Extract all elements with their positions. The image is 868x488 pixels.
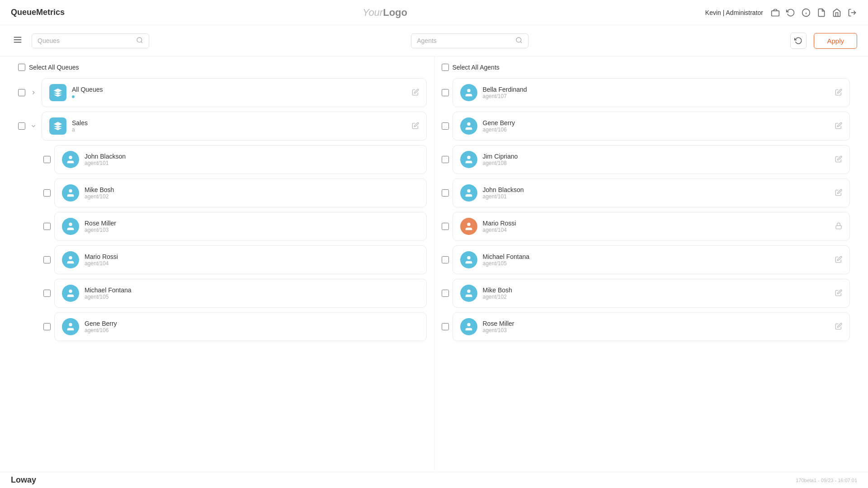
agents-search-input[interactable] (417, 37, 515, 44)
agent-list-avatar (460, 318, 477, 335)
agent-list-checkbox[interactable] (442, 89, 449, 96)
svg-point-14 (69, 223, 72, 226)
agent-card[interactable]: Michael Fontana agent/105 (54, 279, 427, 308)
menu-icon[interactable] (11, 33, 24, 49)
agent-edit-icon[interactable] (835, 189, 842, 197)
queue-checkbox-all-queues[interactable] (18, 89, 25, 96)
select-all-queues-row: Select All Queues (18, 64, 427, 71)
agent-list-avatar (460, 84, 477, 101)
agent-name: Michael Fontana (85, 286, 419, 294)
agent-info: Rose Miller agent/103 (85, 220, 419, 233)
agent-edit-icon[interactable] (835, 256, 842, 264)
list-item: Jim Cipriano agent/108 (442, 145, 850, 174)
agent-avatar (62, 251, 79, 268)
agent-list-card[interactable]: Bella Ferdinand agent/107 (453, 78, 850, 107)
list-item: Mario Rossi agent/104 (442, 212, 850, 241)
home-icon[interactable] (832, 8, 842, 18)
agent-list-avatar (460, 184, 477, 202)
agent-list-info: Mike Bosh agent/102 (483, 286, 830, 300)
queue-avatar-all-queues (49, 84, 66, 101)
agent-list-checkbox[interactable] (442, 256, 449, 263)
logo-part1: Queue (11, 8, 36, 17)
toolbar-refresh-button[interactable] (790, 33, 807, 49)
agent-list-checkbox[interactable] (442, 323, 449, 330)
agent-list-checkbox[interactable] (442, 189, 449, 197)
agent-checkbox[interactable] (43, 256, 51, 263)
agent-list-checkbox[interactable] (442, 290, 449, 297)
svg-point-17 (69, 323, 72, 326)
agent-list-avatar (460, 151, 477, 168)
agent-lock-icon[interactable] (835, 222, 842, 231)
agent-checkbox[interactable] (43, 189, 51, 197)
list-item: Mike Bosh agent/102 (442, 279, 850, 308)
agent-list-card[interactable]: Michael Fontana agent/105 (453, 245, 850, 274)
svg-point-25 (467, 290, 470, 293)
select-all-queues-label: Select All Queues (29, 64, 79, 71)
agent-checkbox[interactable] (43, 156, 51, 163)
agent-list-card[interactable]: Gene Berry agent/106 (453, 112, 850, 141)
info-icon[interactable] (801, 8, 811, 18)
agent-name: Mike Bosh (85, 186, 419, 193)
username: Kevin (705, 9, 721, 16)
expand-icon-sales[interactable] (29, 122, 38, 131)
agent-name: John Blackson (85, 153, 419, 160)
svg-point-15 (69, 256, 72, 259)
select-all-agents-checkbox[interactable] (442, 64, 449, 71)
main-content: Select All Queues All Queues (0, 56, 868, 470)
list-item: Michael Fontana agent/105 (442, 245, 850, 274)
agent-list-avatar (460, 285, 477, 302)
agent-card[interactable]: Mario Rossi agent/104 (54, 245, 427, 274)
agent-sub: agent/104 (85, 260, 419, 267)
list-item: John Blackson agent/101 (18, 145, 427, 174)
agent-list-avatar (460, 218, 477, 235)
agent-card[interactable]: Rose Miller agent/103 (54, 212, 427, 241)
agent-edit-icon[interactable] (835, 89, 842, 97)
agent-list-checkbox[interactable] (442, 122, 449, 130)
queue-edit-sales[interactable] (412, 122, 419, 131)
agent-edit-icon[interactable] (835, 289, 842, 298)
agent-list-card[interactable]: Jim Cipriano agent/108 (453, 145, 850, 174)
agent-checkbox[interactable] (43, 290, 51, 297)
user-info: Kevin | Administrator (705, 9, 763, 16)
svg-point-10 (516, 38, 521, 42)
queue-info-all-queues: All Queues (72, 86, 406, 99)
briefcase-icon[interactable] (770, 8, 780, 18)
logout-icon[interactable] (847, 8, 857, 18)
agents-search-icon (515, 37, 523, 45)
list-item: Michael Fontana agent/105 (18, 279, 427, 308)
footer-version: 170beta1 - 09/23 - 16:07:01 (796, 478, 857, 483)
agent-list-checkbox[interactable] (442, 156, 449, 163)
agent-edit-icon[interactable] (835, 155, 842, 164)
queue-card-sales[interactable]: Sales a (42, 112, 427, 141)
agent-info: Mario Rossi agent/104 (85, 253, 419, 267)
agent-card[interactable]: Gene Berry agent/106 (54, 312, 427, 341)
agent-checkbox[interactable] (43, 223, 51, 230)
queues-search-input[interactable] (38, 37, 136, 44)
agent-name: Rose Miller (85, 220, 419, 227)
agent-list-info: Gene Berry agent/106 (483, 119, 830, 133)
queue-checkbox-sales[interactable] (18, 122, 25, 130)
agent-sub: agent/106 (85, 327, 419, 333)
agent-list-card[interactable]: John Blackson agent/101 (453, 178, 850, 207)
queue-edit-all-queues[interactable] (412, 89, 419, 97)
agent-list-card[interactable]: Rose Miller agent/103 (453, 312, 850, 341)
queue-avatar-sales (49, 117, 66, 135)
select-all-queues-checkbox[interactable] (18, 64, 25, 71)
agent-list-card[interactable]: Mike Bosh agent/102 (453, 279, 850, 308)
expand-icon-all-queues[interactable] (29, 88, 38, 97)
svg-line-9 (141, 42, 142, 43)
document-icon[interactable] (816, 8, 826, 18)
agent-edit-icon[interactable] (835, 122, 842, 131)
agent-edit-icon[interactable] (835, 323, 842, 331)
agent-card[interactable]: John Blackson agent/101 (54, 145, 427, 174)
apply-button[interactable]: Apply (814, 33, 857, 49)
agent-card[interactable]: Mike Bosh agent/102 (54, 178, 427, 207)
agent-checkbox[interactable] (43, 323, 51, 330)
queue-card-all-queues[interactable]: All Queues (42, 78, 427, 107)
svg-point-19 (467, 122, 470, 126)
agent-sub: agent/103 (85, 227, 419, 233)
agent-info: Michael Fontana agent/105 (85, 286, 419, 300)
agent-list-checkbox[interactable] (442, 223, 449, 230)
refresh-icon[interactable] (786, 8, 796, 18)
agent-list-card[interactable]: Mario Rossi agent/104 (453, 212, 850, 241)
